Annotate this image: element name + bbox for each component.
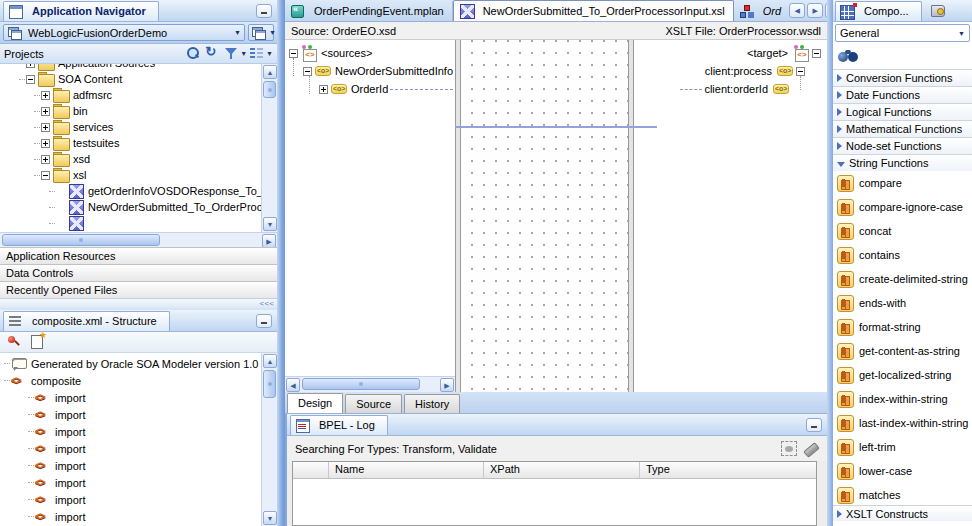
tab-ord-truncated[interactable]: Ord — [734, 1, 789, 21]
log-minimize-button[interactable] — [806, 418, 822, 432]
structure-title-tab[interactable]: composite.xml - Structure — [3, 311, 170, 331]
new-view-icon[interactable] — [29, 334, 46, 350]
palette-item[interactable]: lower-case — [833, 459, 972, 483]
tree-row[interactable] — [0, 215, 261, 231]
palette-item[interactable]: ends-with — [833, 291, 972, 315]
scroll-tabs-right-button[interactable]: ▶ — [807, 3, 823, 18]
palette-section-xslt-constructs[interactable]: XSLT Constructs — [833, 505, 972, 521]
accordion-bar[interactable]: Data Controls — [0, 264, 277, 281]
search-icon[interactable] — [185, 46, 202, 62]
tree-expander[interactable] — [41, 155, 50, 164]
scroll-left-button[interactable]: ◀ — [286, 378, 300, 392]
filter-icon[interactable] — [223, 46, 240, 62]
palette-section-collapsed[interactable]: Logical Functions — [833, 103, 972, 120]
tree-expander[interactable] — [319, 85, 328, 94]
tree-row[interactable]: import — [0, 440, 261, 457]
scroll-right-button[interactable]: ▶ — [262, 234, 276, 247]
tab-source[interactable]: Source — [345, 394, 402, 413]
refresh-icon[interactable] — [204, 46, 221, 62]
palette-section-collapsed[interactable]: Node-set Functions — [833, 137, 972, 154]
palette-item[interactable]: compare-ignore-case — [833, 195, 972, 219]
navigator-title-tab[interactable]: Application Navigator — [3, 1, 159, 21]
palette-section-collapsed[interactable]: Date Functions — [833, 86, 972, 103]
log-column-type[interactable]: Type — [640, 462, 816, 478]
chevron-down-icon[interactable]: ▼ — [266, 50, 273, 57]
source-horizontal-scrollbar[interactable]: ◀ ▶ — [285, 376, 455, 392]
mapping-canvas[interactable] — [461, 40, 628, 392]
palette-item[interactable]: get-localized-string — [833, 363, 972, 387]
tree-row[interactable]: testsuites — [0, 135, 261, 151]
scrollbar-thumb[interactable] — [263, 81, 276, 98]
palette-item[interactable]: compare — [833, 171, 972, 195]
scroll-up-button[interactable]: ▲ — [263, 65, 277, 79]
palette-item[interactable]: contains — [833, 243, 972, 267]
target-row-target[interactable]: <target> — [634, 44, 827, 62]
palette-section-string-functions[interactable]: String Functions — [833, 154, 972, 171]
log-table-body[interactable] — [293, 479, 816, 525]
structure-vertical-scrollbar[interactable]: ▲ ▼ — [261, 353, 277, 526]
palette-item[interactable]: concat — [833, 219, 972, 243]
tree-row[interactable]: xsl — [0, 167, 261, 183]
accordion-bar[interactable]: Recently Opened Files — [0, 281, 277, 298]
target-row-orderid[interactable]: client:orderId — [634, 80, 827, 98]
view-options-icon[interactable] — [249, 46, 266, 62]
collapse-strip[interactable]: < < < — [0, 298, 277, 308]
tree-expander[interactable] — [41, 171, 50, 180]
palette-category-select[interactable]: General ▼ — [835, 24, 970, 42]
navigator-minimize-button[interactable] — [256, 4, 272, 18]
tree-row[interactable]: import — [0, 508, 261, 525]
tab-design[interactable]: Design — [287, 393, 343, 413]
chevron-down-icon[interactable]: ▼ — [240, 50, 247, 57]
tab-newordersubmitted-xsl[interactable]: NewOrderSubmitted_To_OrderProcessorInput… — [453, 0, 734, 21]
tree-expander[interactable] — [41, 91, 50, 100]
tree-expander[interactable] — [41, 123, 50, 132]
tree-expander[interactable] — [289, 49, 298, 58]
log-column-name[interactable]: Name — [329, 462, 484, 478]
scroll-down-button[interactable]: ▼ — [263, 217, 277, 231]
tree-row[interactable]: Generated by Oracle SOA Modeler version … — [0, 355, 261, 372]
tree-row[interactable]: services — [0, 119, 261, 135]
tree-expander[interactable] — [26, 75, 35, 84]
palette-item[interactable]: get-content-as-string — [833, 339, 972, 363]
palette-section-collapsed[interactable]: Conversion Functions — [833, 69, 972, 86]
structure-minimize-button[interactable] — [256, 314, 272, 328]
snapshot-icon[interactable] — [781, 441, 797, 456]
palette-section-collapsed[interactable]: Mathematical Functions — [833, 120, 972, 137]
tree-expander[interactable] — [303, 67, 312, 76]
tree-row[interactable]: import — [0, 457, 261, 474]
tree-row[interactable]: import — [0, 491, 261, 508]
scroll-down-button[interactable]: ▼ — [263, 511, 277, 525]
scroll-up-button[interactable]: ▲ — [263, 354, 277, 368]
accordion-bar[interactable]: Application Resources — [0, 247, 277, 264]
vertical-splitter[interactable] — [277, 0, 285, 526]
tree-row[interactable]: getOrderInfoVOSDOResponse_To_u — [0, 183, 261, 199]
tree-row[interactable]: bin — [0, 103, 261, 119]
scrollbar-thumb[interactable] — [2, 234, 160, 246]
workspace-menu-button[interactable]: ▼ — [248, 24, 274, 41]
source-row-newordersubmittedinfo[interactable]: NewOrderSubmittedInfo — [285, 62, 455, 80]
find-icon[interactable] — [837, 50, 861, 64]
tree-row[interactable]: import — [0, 406, 261, 423]
scroll-tabs-left-button[interactable]: ◀ — [789, 3, 805, 18]
tree-row[interactable]: import — [0, 474, 261, 491]
log-title-tab[interactable]: BPEL - Log — [290, 415, 388, 435]
tree-row[interactable]: Application Sources — [0, 64, 261, 71]
mapping-line-orderid[interactable] — [455, 126, 657, 128]
palette-item[interactable]: last-index-within-string — [833, 411, 972, 435]
tree-row[interactable]: import — [0, 423, 261, 440]
palette-item[interactable]: matches — [833, 483, 972, 507]
projects-horizontal-scrollbar[interactable]: ▶ — [0, 232, 277, 247]
source-row-orderid[interactable]: OrderId — [285, 80, 455, 98]
tree-expander[interactable] — [796, 67, 805, 76]
tab-resource-palette[interactable] — [922, 1, 958, 21]
palette-item[interactable]: left-trim — [833, 435, 972, 459]
tree-row[interactable]: adfmsrc — [0, 87, 261, 103]
tree-row[interactable]: xsd — [0, 151, 261, 167]
clear-log-icon[interactable] — [803, 441, 819, 456]
palette-item[interactable]: index-within-string — [833, 387, 972, 411]
tab-orderpendingevent[interactable]: OrderPendingEvent.mplan — [285, 1, 453, 21]
tree-row[interactable]: composite — [0, 372, 261, 389]
palette-item[interactable]: format-string — [833, 315, 972, 339]
scroll-right-button[interactable]: ▶ — [440, 378, 454, 392]
scrollbar-thumb[interactable] — [263, 370, 276, 398]
